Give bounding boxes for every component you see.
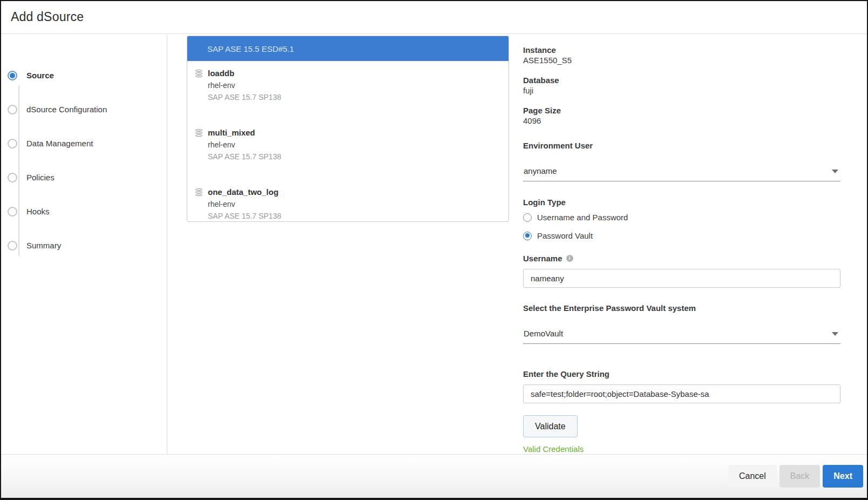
database-icon — [195, 69, 203, 103]
validation-status: Valid Credentials — [523, 444, 840, 454]
step-data-management[interactable]: Data Management — [8, 126, 167, 160]
vault-system-selected-value: DemoVault — [524, 329, 563, 338]
step-label: Data Management — [26, 139, 93, 148]
step-radio-icon — [8, 207, 17, 217]
page-size-value: 4096 — [523, 116, 840, 126]
environment-user-label: Environment User — [523, 140, 840, 151]
wizard-sidebar: Source dSource Configuration Data Manage… — [1, 35, 167, 454]
step-summary[interactable]: Summary — [8, 228, 167, 262]
source-environment: rhel-env — [208, 198, 281, 210]
login-type-username-password-radio[interactable]: Username and Password — [523, 213, 840, 222]
step-radio-icon — [8, 241, 17, 251]
title-bar: Add dSource — [1, 1, 867, 34]
source-environment: rhel-env — [208, 139, 281, 151]
next-button[interactable]: Next — [823, 465, 863, 488]
source-list-item-loaddb[interactable]: loaddb rhel-env SAP ASE 15.7 SP138 — [187, 61, 508, 103]
login-type-password-vault-radio[interactable]: Password Vault — [523, 231, 840, 240]
step-label: Hooks — [26, 207, 50, 216]
source-name: one_data_two_log — [208, 186, 281, 198]
source-list-panel: SAP ASE 15.5 ESD#5.1 loaddb rhel-env SAP… — [187, 36, 509, 222]
step-radio-icon — [8, 105, 17, 114]
source-version: SAP ASE 15.7 SP138 — [208, 151, 281, 163]
source-details-panel: Instance ASE1550_S5 Database fuji Page S… — [509, 35, 867, 454]
database-icon — [195, 129, 203, 163]
step-policies[interactable]: Policies — [8, 160, 167, 194]
step-label: dSource Configuration — [26, 105, 107, 114]
page-title: Add dSource — [11, 10, 867, 24]
chevron-down-icon — [832, 332, 838, 336]
database-icon — [195, 188, 203, 222]
validate-button[interactable]: Validate — [523, 415, 578, 437]
step-label: Policies — [26, 173, 55, 182]
cancel-button[interactable]: Cancel — [728, 465, 777, 488]
environment-user-selected-value: anyname — [524, 166, 557, 175]
source-name: loaddb — [208, 67, 281, 79]
source-environment: rhel-env — [208, 79, 281, 91]
step-label: Summary — [26, 241, 61, 250]
username-label: Username — [523, 253, 562, 263]
radio-checked-icon — [523, 232, 532, 240]
query-string-label: Enter the Query String — [523, 369, 840, 379]
source-list-column: SAP ASE 15.5 ESD#5.1 loaddb rhel-env SAP… — [167, 35, 509, 454]
database-value: fuji — [523, 85, 840, 96]
wizard-stepper: Source dSource Configuration Data Manage… — [8, 58, 167, 262]
source-name: multi_mixed — [208, 127, 281, 139]
source-list-item-multi-mixed[interactable]: multi_mixed rhel-env SAP ASE 15.7 SP138 — [187, 120, 508, 163]
radio-unchecked-icon — [523, 213, 532, 222]
step-radio-icon — [8, 139, 17, 148]
source-list-item-selected[interactable]: SAP ASE 15.5 ESD#5.1 — [187, 36, 508, 61]
instance-label: Instance — [523, 45, 840, 55]
login-type-label: Login Type — [523, 197, 840, 207]
username-input[interactable] — [523, 269, 840, 288]
selected-source-version: SAP ASE 15.5 ESD#5.1 — [207, 44, 294, 53]
vault-system-label: Select the Enterprise Password Vault sys… — [523, 303, 840, 313]
environment-user-select[interactable]: anyname — [523, 166, 840, 181]
instance-value: ASE1550_S5 — [523, 55, 840, 66]
source-version: SAP ASE 15.7 SP138 — [208, 210, 281, 222]
radio-label: Password Vault — [537, 231, 593, 240]
source-list-item-one-data-two-log[interactable]: one_data_two_log rhel-env SAP ASE 15.7 S… — [187, 180, 508, 222]
dialog-content: Source dSource Configuration Data Manage… — [1, 35, 867, 454]
page-size-label: Page Size — [523, 105, 840, 116]
dialog-footer: Cancel Back Next — [1, 454, 867, 498]
source-version: SAP ASE 15.7 SP138 — [208, 91, 281, 103]
step-radio-icon — [8, 173, 17, 183]
step-source[interactable]: Source — [8, 58, 167, 92]
query-string-input[interactable] — [523, 384, 840, 403]
back-button[interactable]: Back — [779, 465, 820, 488]
database-label: Database — [523, 75, 840, 85]
step-hooks[interactable]: Hooks — [8, 194, 167, 228]
vault-system-select[interactable]: DemoVault — [523, 329, 840, 344]
chevron-down-icon — [832, 170, 838, 173]
add-dsource-dialog: Add dSource Source dSource Configuration… — [0, 0, 868, 500]
info-icon: i — [566, 255, 573, 262]
step-label: Source — [26, 71, 54, 80]
step-active-radio-icon — [8, 71, 17, 80]
radio-label: Username and Password — [537, 213, 628, 222]
step-dsource-configuration[interactable]: dSource Configuration — [8, 92, 167, 126]
